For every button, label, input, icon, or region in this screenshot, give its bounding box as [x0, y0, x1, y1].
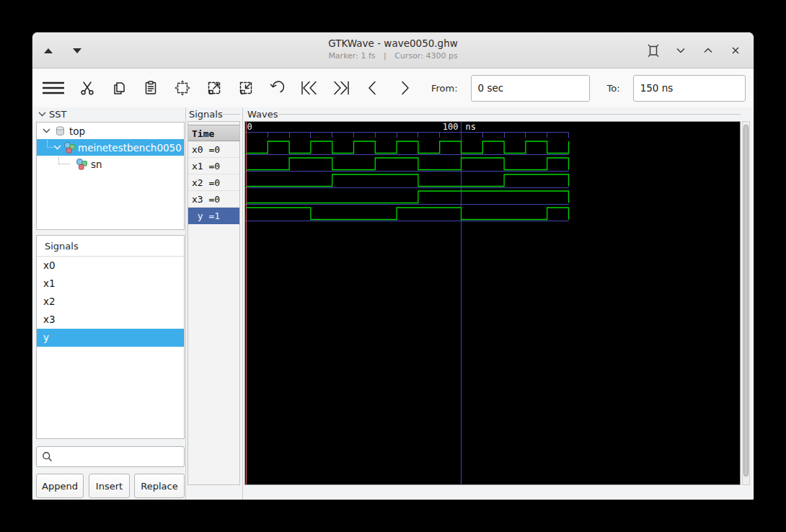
wave-vscroll-thumb[interactable]: [743, 125, 749, 476]
signal-list-item-selected[interactable]: y: [37, 329, 184, 347]
svg-text:0: 0: [247, 122, 252, 132]
chevron-down-icon: [38, 111, 46, 118]
value-row-x2[interactable]: x2 =0: [188, 174, 239, 191]
value: =0: [208, 194, 220, 205]
chevron-right-icon: [397, 79, 412, 97]
value: =1: [208, 210, 220, 221]
expander-icon[interactable]: [53, 144, 61, 151]
chevron-left-icon: [365, 79, 381, 97]
chevron-up-icon: [702, 44, 715, 57]
replace-button[interactable]: Replace: [134, 474, 185, 498]
from-input[interactable]: [471, 75, 590, 102]
prev-edge-button[interactable]: [363, 79, 382, 97]
sst-label: SST: [49, 109, 66, 120]
value-row-x0[interactable]: x0 =0: [188, 141, 239, 158]
zoom-in-button[interactable]: [205, 79, 224, 97]
titlebar: GTKWave - wave0050.ghw Marker: 1 fs | Cu…: [32, 32, 754, 68]
toolbar: From: To:: [32, 68, 754, 107]
fit-window-icon: [646, 43, 661, 58]
svg-text:100: 100: [443, 122, 459, 132]
pane-sash-right[interactable]: [242, 107, 243, 500]
next-edge-button[interactable]: [395, 79, 414, 97]
minimize-button[interactable]: [673, 43, 689, 58]
frame-line: [223, 114, 240, 115]
module-cylinder-icon: [55, 125, 66, 137]
menu-button[interactable]: [42, 79, 65, 97]
undo-button[interactable]: [268, 79, 287, 97]
waves-frame-label: Waves: [247, 109, 278, 120]
scissors-icon: [79, 80, 95, 96]
close-icon: [729, 44, 742, 57]
cut-button[interactable]: [78, 79, 97, 97]
to-label: To:: [607, 83, 620, 94]
frame-line: [278, 114, 741, 115]
copy-icon: [111, 80, 127, 96]
close-button[interactable]: [728, 43, 743, 58]
hierarchy-cubes-icon: [63, 141, 76, 154]
signal-list-item[interactable]: x1: [37, 275, 184, 293]
hierarchy-cubes-icon: [76, 158, 88, 170]
undo-arrow-icon: [269, 79, 286, 97]
sst-header[interactable]: SST: [38, 109, 66, 120]
wave-vscrollbar[interactable]: [742, 121, 750, 485]
cursor-status: Cursor: 4300 ps: [394, 51, 457, 61]
tree-item-label: meinetestbench0050: [78, 142, 182, 154]
signals-list-header: Signals: [37, 236, 184, 257]
go-to-end-button[interactable]: [332, 79, 350, 97]
signal-list-item[interactable]: x3: [37, 311, 184, 329]
to-input[interactable]: [633, 75, 746, 102]
signal-values-panel: Time x0 =0 x1 =0 x2 =0 x3 =0 y =1: [187, 121, 240, 485]
zoom-in-icon: [206, 79, 223, 97]
search-icon: [42, 451, 53, 462]
go-to-start-button[interactable]: [300, 79, 319, 97]
tree-item-top[interactable]: top: [37, 123, 184, 139]
expander-icon[interactable]: [43, 128, 50, 134]
value: =0: [208, 144, 220, 155]
insert-button[interactable]: Insert: [89, 474, 130, 498]
from-label: From:: [431, 83, 458, 94]
zoom-fit-button[interactable]: [173, 79, 192, 97]
gtkwave-window: GTKWave - wave0050.ghw Marker: 1 fs | Cu…: [32, 32, 754, 500]
zoom-fit-icon: [174, 79, 191, 97]
maximize-button[interactable]: [700, 43, 716, 58]
copy-button[interactable]: [110, 79, 128, 97]
signals-list-panel: Signals x0 x1 x2 x3 y: [36, 235, 185, 439]
value-row-y-selected[interactable]: y =1: [188, 208, 239, 224]
wave-plot: 0100ns: [245, 122, 740, 484]
zoom-out-icon: [237, 79, 255, 97]
skip-to-end-icon: [332, 79, 350, 97]
zoom-out-button[interactable]: [237, 79, 255, 97]
signal-list-item[interactable]: x0: [37, 257, 184, 275]
tree-item-label: sn: [91, 159, 102, 170]
hamburger-menu-icon: [43, 79, 64, 97]
value-row-x1[interactable]: x1 =0: [188, 158, 239, 174]
main-content: SST top: [32, 107, 754, 500]
value: =0: [208, 177, 220, 188]
signal-list-item[interactable]: x2: [37, 293, 184, 311]
tree-item-meinetestbench0050[interactable]: meinetestbench0050: [37, 139, 184, 156]
wave-canvas[interactable]: 0100ns: [244, 121, 741, 485]
tree-item-label: top: [69, 125, 85, 137]
search-input[interactable]: [57, 447, 184, 466]
pane-sash-left[interactable]: [185, 107, 186, 500]
tree-connector: [47, 141, 53, 148]
time-header[interactable]: Time: [188, 125, 239, 141]
marker-status: Marker: 1 fs: [328, 51, 375, 61]
skip-to-start-icon: [300, 79, 319, 97]
tree-item-sn[interactable]: sn: [37, 156, 184, 172]
signal-search-box: [36, 446, 185, 467]
value-row-x3[interactable]: x3 =0: [188, 191, 239, 208]
fit-window-button[interactable]: [645, 43, 661, 58]
tree-connector: [58, 157, 70, 164]
chevron-down-icon: [674, 44, 687, 57]
paste-button[interactable]: [141, 79, 160, 97]
status-separator: |: [384, 51, 387, 61]
append-button[interactable]: Append: [36, 474, 84, 498]
values-frame-label: Signals: [189, 109, 223, 120]
value: =0: [208, 161, 220, 172]
clipboard-paste-icon: [143, 80, 159, 96]
sst-tree: top meinetestbench0050: [36, 122, 185, 230]
svg-text:ns: ns: [466, 122, 476, 132]
